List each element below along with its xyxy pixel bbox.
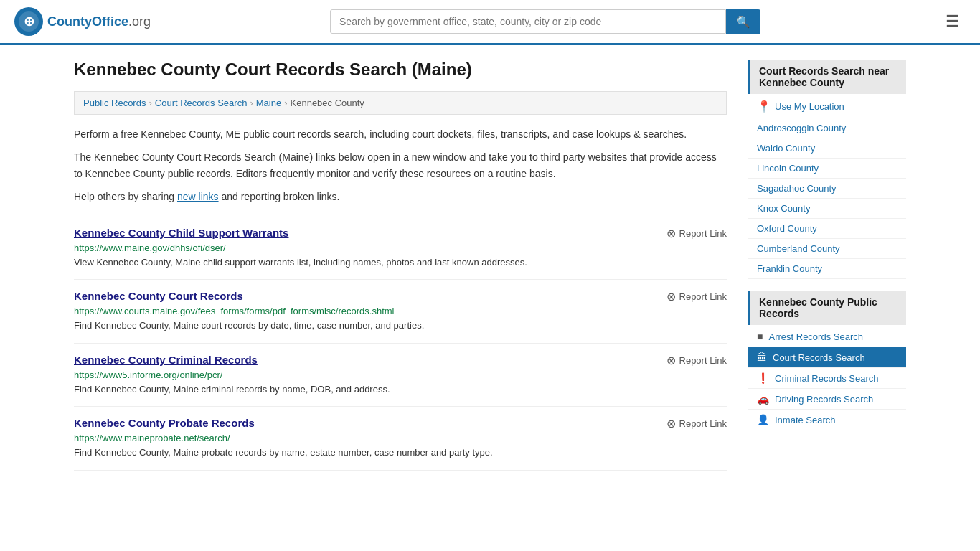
pr-icon-0: ■ [757, 331, 763, 342]
search-button[interactable]: 🔍 [726, 9, 760, 34]
report-link-btn-1[interactable]: ⊗ Report Link [666, 290, 727, 303]
record-title-0[interactable]: Kennebec County Child Support Warrants [74, 227, 288, 239]
report-icon-3: ⊗ [666, 417, 676, 430]
record-item-2: Kennebec County Criminal Records ⊗ Repor… [74, 344, 727, 408]
record-url-1: https://www.courts.maine.gov/fees_forms/… [74, 306, 727, 316]
description-p2: The Kennebec County Court Records Search… [74, 149, 727, 182]
pr-icon-2: ❗ [757, 372, 769, 384]
record-title-3[interactable]: Kennebec County Probate Records [74, 417, 255, 429]
pr-icon-4: 👤 [757, 414, 769, 425]
pr-link-1[interactable]: Court Records Search [773, 352, 865, 363]
public-records-list: ■ Arrest Records Search 🏛 Court Records … [748, 326, 906, 430]
use-location-link[interactable]: Use My Location [775, 101, 844, 112]
nearby-county-item-5: Oxford County [748, 219, 906, 239]
public-record-item-4[interactable]: 👤 Inmate Search [748, 410, 906, 430]
nearby-county-item-4: Knox County [748, 199, 906, 219]
breadcrumb-link-maine[interactable]: Maine [256, 98, 281, 108]
header: ⊕ CountyOffice.org 🔍 ☰ [0, 0, 980, 45]
new-links-link[interactable]: new links [177, 191, 219, 202]
nearby-county-item-3: Sagadahoc County [748, 179, 906, 199]
location-icon: 📍 [757, 100, 771, 113]
public-records-section: Kennebec County Public Records ■ Arrest … [748, 291, 906, 430]
search-icon: 🔍 [736, 16, 750, 28]
breadcrumb-sep-3: › [284, 98, 287, 108]
breadcrumb-link-public-records[interactable]: Public Records [83, 98, 146, 108]
logo-text: CountyOffice.org [47, 14, 151, 29]
description-p3: Help others by sharing new links and rep… [74, 189, 727, 204]
search-area: 🔍 [330, 9, 760, 34]
records-list: Kennebec County Child Support Warrants ⊗… [74, 217, 727, 471]
record-header-0: Kennebec County Child Support Warrants ⊗… [74, 227, 727, 240]
breadcrumb-sep-1: › [149, 98, 151, 108]
report-icon-0: ⊗ [666, 227, 676, 240]
pr-link-2[interactable]: Criminal Records Search [775, 373, 879, 384]
nearby-county-item-2: Lincoln County [748, 159, 906, 179]
report-link-btn-2[interactable]: ⊗ Report Link [666, 354, 727, 367]
public-records-title: Kennebec County Public Records [748, 291, 906, 325]
breadcrumb-link-court-records[interactable]: Court Records Search [155, 98, 248, 108]
hamburger-icon: ☰ [946, 12, 960, 30]
record-title-1[interactable]: Kennebec County Court Records [74, 290, 243, 302]
record-item-3: Kennebec County Probate Records ⊗ Report… [74, 407, 727, 471]
nearby-counties-list: Androscoggin CountyWaldo CountyLincoln C… [748, 118, 906, 279]
public-record-item-3[interactable]: 🚗 Driving Records Search [748, 389, 906, 410]
breadcrumb-sep-2: › [250, 98, 253, 108]
public-record-item-1[interactable]: 🏛 Court Records Search [748, 347, 906, 368]
report-icon-2: ⊗ [666, 354, 676, 367]
nearby-section: Court Records Search near Kennebec Count… [748, 60, 906, 279]
nearby-county-item-1: Waldo County [748, 138, 906, 159]
use-location-item[interactable]: 📍 Use My Location [748, 95, 906, 118]
nearby-county-link-0[interactable]: Androscoggin County [757, 123, 846, 133]
record-desc-0: View Kennebec County, Maine child suppor… [74, 255, 727, 270]
hamburger-menu-button[interactable]: ☰ [940, 9, 966, 34]
nearby-county-item-7: Franklin County [748, 259, 906, 279]
nearby-county-link-5[interactable]: Oxford County [757, 223, 817, 234]
breadcrumb: Public Records › Court Records Search › … [74, 91, 727, 115]
main-layout: Kennebec County Court Records Search (Ma… [60, 45, 920, 485]
nearby-county-item-6: Cumberland County [748, 239, 906, 259]
report-label-2: Report Link [679, 355, 727, 366]
nearby-title: Court Records Search near Kennebec Count… [748, 60, 906, 94]
record-url-0: https://www.maine.gov/dhhs/ofi/dser/ [74, 242, 727, 253]
record-header-2: Kennebec County Criminal Records ⊗ Repor… [74, 354, 727, 367]
record-url-3: https://www.maineprobate.net/search/ [74, 433, 727, 443]
svg-text:⊕: ⊕ [24, 14, 34, 29]
sidebar: Court Records Search near Kennebec Count… [748, 60, 906, 471]
report-link-btn-3[interactable]: ⊗ Report Link [666, 417, 727, 430]
record-url-2: https://www5.informe.org/online/pcr/ [74, 369, 727, 380]
report-label-0: Report Link [679, 228, 727, 239]
record-desc-3: Find Kennebec County, Maine probate reco… [74, 446, 727, 460]
record-title-2[interactable]: Kennebec County Criminal Records [74, 354, 258, 366]
public-record-item-2[interactable]: ❗ Criminal Records Search [748, 368, 906, 389]
nearby-county-item-0: Androscoggin County [748, 118, 906, 138]
record-desc-1: Find Kennebec County, Maine court record… [74, 319, 727, 333]
pr-icon-3: 🚗 [757, 393, 769, 405]
pr-link-0[interactable]: Arrest Records Search [768, 331, 863, 342]
report-label-1: Report Link [679, 291, 727, 302]
description-p1: Perform a free Kennebec County, ME publi… [74, 126, 727, 142]
description: Perform a free Kennebec County, ME publi… [74, 126, 727, 205]
record-item-1: Kennebec County Court Records ⊗ Report L… [74, 280, 727, 344]
record-item-0: Kennebec County Child Support Warrants ⊗… [74, 217, 727, 281]
content-area: Kennebec County Court Records Search (Ma… [74, 60, 727, 471]
nearby-county-link-7[interactable]: Franklin County [757, 263, 822, 274]
logo-icon: ⊕ [14, 7, 43, 36]
nearby-county-link-6[interactable]: Cumberland County [757, 243, 840, 254]
record-header-3: Kennebec County Probate Records ⊗ Report… [74, 417, 727, 430]
nearby-county-link-2[interactable]: Lincoln County [757, 163, 819, 174]
public-record-item-0[interactable]: ■ Arrest Records Search [748, 326, 906, 347]
nearby-county-link-3[interactable]: Sagadahoc County [757, 183, 837, 194]
breadcrumb-current: Kennebec County [291, 98, 364, 108]
logo-area: ⊕ CountyOffice.org [14, 7, 151, 36]
report-link-btn-0[interactable]: ⊗ Report Link [666, 227, 727, 240]
nearby-county-link-4[interactable]: Knox County [757, 203, 810, 214]
pr-link-3[interactable]: Driving Records Search [775, 394, 873, 405]
report-label-3: Report Link [679, 418, 727, 429]
record-header-1: Kennebec County Court Records ⊗ Report L… [74, 290, 727, 303]
report-icon-1: ⊗ [666, 290, 676, 303]
record-desc-2: Find Kennebec County, Maine criminal rec… [74, 382, 727, 397]
search-input[interactable] [330, 9, 726, 34]
pr-icon-1: 🏛 [757, 352, 767, 363]
nearby-county-link-1[interactable]: Waldo County [757, 143, 815, 154]
pr-link-4[interactable]: Inmate Search [775, 415, 836, 425]
